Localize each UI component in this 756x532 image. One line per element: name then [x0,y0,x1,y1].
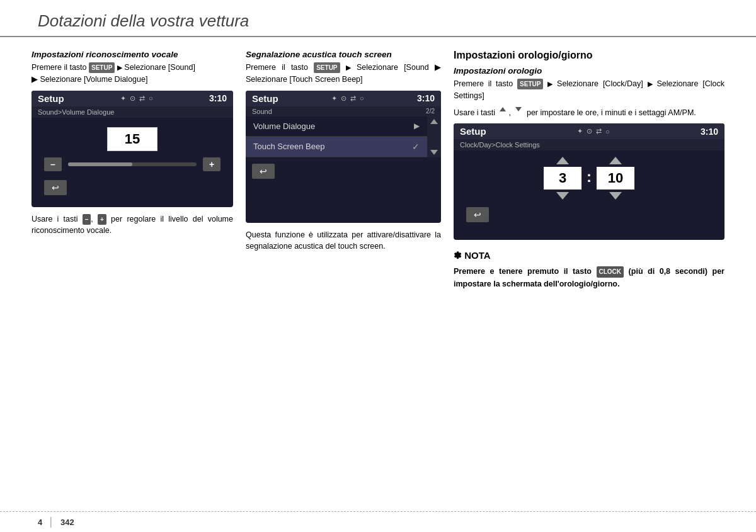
screen3-time: 3:10 [701,127,718,137]
screen3-title: Setup [460,126,486,137]
nota-clock-badge: CLOCK [597,266,624,278]
footer-separator: │ [49,517,54,527]
clock-hour: 3 [544,167,581,190]
circle-icon-3: ○ [605,128,610,135]
col1-intro-text: Premere il tasto [32,63,87,72]
back-button-1[interactable]: ↩ [44,180,67,195]
column-1: Impostazioni riconoscimento vocale Preme… [32,50,246,290]
bluetooth-icon: ✦ [120,94,126,103]
nota-title-text: NOTA [464,250,490,261]
minute-down-arrow[interactable] [609,192,622,200]
settings-icon-2: ⊙ [341,94,346,103]
col3-section-title: Impostazioni orologio/giorno [454,50,724,61]
col2-desc: Questa funzione è utilizzata per attivar… [246,229,441,253]
menu-item-label-1: Volume Dialogue [253,122,315,131]
col3-subsection-title: Impostazioni orologio [454,66,724,76]
screen2-page-num: 2/2 [426,108,435,115]
col1-intro: Premere il tasto SETUP ▶ Selezionare [So… [32,62,233,86]
nota-symbol: ✽ [454,250,462,261]
footer-page: 342 [60,518,74,527]
menu-item-touch-screen-beep[interactable]: Touch Screen Beep ✓ [246,137,427,157]
down-arrow-icon [515,107,522,111]
column-3: Impostazioni orologio/giorno Impostazion… [454,50,724,290]
screen2-subheader: Sound [252,108,272,115]
scroll-up-arrow[interactable] [430,119,438,124]
col1-plus-badge: + [98,214,106,225]
minute-up-arrow[interactable] [609,157,622,164]
col1-comma: , [91,215,93,224]
screen2-menu-area: Volume Dialogue ▶ Touch Screen Beep ✓ [246,116,441,157]
col3-arrow2: ▶ [648,79,653,89]
minus-button[interactable]: – [44,157,62,171]
menu-item-check-2: ✓ [412,142,420,152]
screen2-header: Setup ✦ ⊙ ⇄ ○ 3:10 [246,91,441,106]
screen1-title: Setup [38,93,64,104]
col1-section-title: Impostazioni riconoscimento vocale [32,50,233,59]
screen2-title: Setup [252,93,278,104]
col3-intro: Premere il tasto SETUP ▶ Selezionare [Cl… [454,78,724,102]
back-button-2[interactable]: ↩ [252,164,275,179]
screen1-header: Setup ✦ ⊙ ⇄ ○ 3:10 [32,91,233,106]
arrows-icon-2: ⇄ [350,94,356,103]
col2-action1: Selezionare [Sound [357,63,429,72]
screen3-header: Setup ✦ ⊙ ⇄ ○ 3:10 [454,123,724,139]
scroll-down-arrow[interactable] [430,150,438,155]
col3-comma: , [508,108,510,117]
col2-section-title: Segnalazione acustica touch screen [246,50,441,59]
col3-usage-text2: per impostare le ore, i minuti e i setta… [527,108,696,117]
col1-arrow: ▶ [117,62,122,73]
screen1-subheader: Sound>Volume Dialogue [32,106,233,118]
hour-down-arrow[interactable] [556,192,569,200]
screen2-icons: ✦ ⊙ ⇄ ○ [331,94,364,103]
column-2: Segnalazione acustica touch screen Preme… [246,50,454,290]
clock-colon: : [587,168,592,186]
screen3-content: 3 : 10 ↩ [454,150,724,229]
page-footer: 4 │ 342 [0,511,756,532]
plus-button[interactable]: + [203,157,220,171]
setup-screen-2: Setup ✦ ⊙ ⇄ ○ 3:10 Sound 2/2 Volume Dial… [246,91,441,223]
clock-minute-col: 10 [597,157,634,200]
arrows-icon-3: ⇄ [596,127,602,135]
back-button-3[interactable]: ↩ [466,207,489,222]
screen1-content: 15 – + ↩ [32,118,233,205]
col1-bottom-text: Usare i tasti –, + per regolare il livel… [32,213,233,237]
col3-usage-text1: Usare i tasti [454,108,495,117]
page-title: Dotazioni della vostra vettura [38,11,249,30]
slider-track[interactable] [68,162,197,166]
page-header: Dotazioni della vostra vettura [0,0,756,37]
menu-item-label-2: Touch Screen Beep [253,142,324,151]
menu-item-volume-dialogue[interactable]: Volume Dialogue ▶ [246,116,427,137]
clock-row: 3 : 10 [544,157,634,200]
arrows-icon: ⇄ [139,94,145,103]
col1-bottom-text1: Usare i tasti [32,215,78,224]
content-area: Impostazioni riconoscimento vocale Preme… [0,50,756,290]
col3-intro-text: Premere il tasto [454,79,513,88]
scroll-column [427,116,441,157]
menu-item-arrow-1: ▶ [414,122,420,130]
col1-minus-badge: – [83,214,91,225]
col1-action1: Selezionare [Sound] [124,63,195,72]
settings-icon-3: ⊙ [587,127,592,135]
bluetooth-icon-2: ✦ [331,94,337,103]
bluetooth-icon-3: ✦ [577,127,583,135]
screen1-time: 3:10 [209,93,227,103]
col2-setup-badge: SETUP [314,62,340,73]
col3-setup-badge: SETUP [517,79,543,89]
nota-text-1: Premere e tenere premuto il tasto [454,267,592,276]
circle-icon: ○ [149,94,153,102]
screen2-menu-list: Volume Dialogue ▶ Touch Screen Beep ✓ [246,116,427,157]
hour-up-arrow[interactable] [556,157,569,164]
screen3-icons: ✦ ⊙ ⇄ ○ [577,127,610,135]
screen2-time: 3:10 [417,93,435,103]
nota-title: ✽ NOTA [454,250,724,261]
col3-action1: Selezionare [Clock/Day] [557,79,643,88]
col1-action2: ▶ Selezionare [Volume Dialogue] [32,75,147,84]
col1-setup-badge: SETUP [89,62,115,73]
settings-icon: ⊙ [130,94,135,103]
volume-number: 15 [107,127,158,151]
setup-screen-3: Setup ✦ ⊙ ⇄ ○ 3:10 Clock/Day>Clock Setti… [454,123,724,240]
down-arrow-inline [514,107,523,118]
col2-intro: Premere il tasto SETUP ▶ Selezionare [So… [246,62,441,86]
clock-hour-col: 3 [544,157,581,200]
col2-intro-text: Premere il tasto [246,63,308,72]
